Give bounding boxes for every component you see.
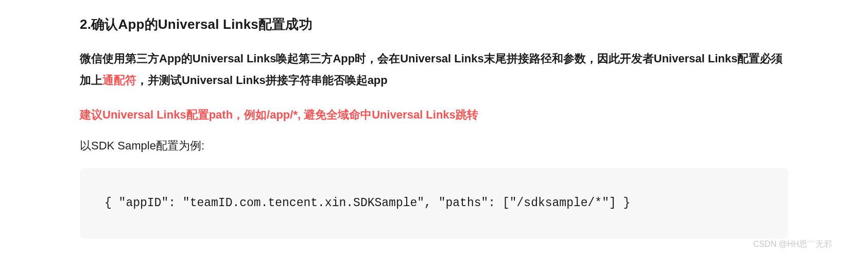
code-block: { "appID": "teamID.com.tencent.xin.SDKSa… (80, 168, 788, 239)
watermark-text: CSDN @HH思﹌无邪 (753, 239, 832, 250)
description-paragraph: 微信使用第三方App的Universal Links唤起第三方App时，会在Un… (80, 48, 788, 91)
advice-text: 建议Universal Links配置path，例如/app/*, 避免全域命中… (80, 105, 788, 125)
example-label: 以SDK Sample配置为例: (80, 138, 788, 154)
section-heading: 2.确认App的Universal Links配置成功 (80, 15, 788, 33)
paragraph-part2: ，并测试Universal Links拼接字符串能否唤起app (136, 74, 388, 87)
wildcard-highlight: 通配符 (102, 74, 136, 87)
